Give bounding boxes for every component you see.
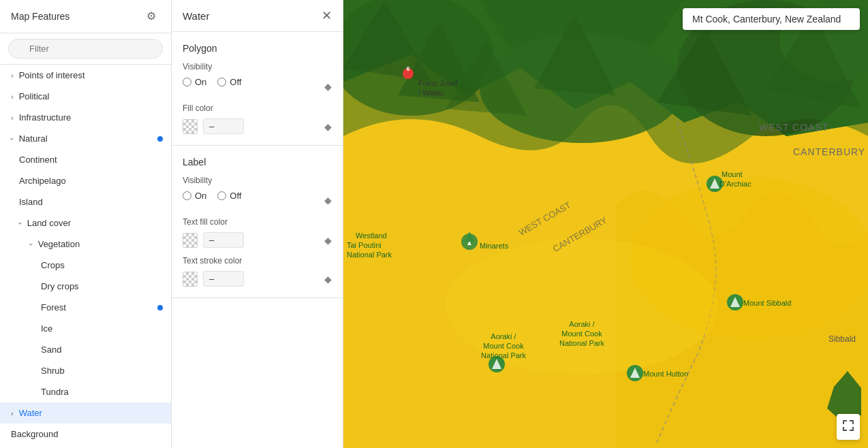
chevron-right-icon: › bbox=[11, 71, 14, 80]
svg-text:Mount Hutton: Mount Hutton bbox=[643, 370, 688, 378]
nav-label: Forest bbox=[41, 302, 66, 313]
sidebar-item-background[interactable]: Background bbox=[0, 423, 171, 445]
diamond-icon[interactable]: ◆ bbox=[324, 274, 332, 285]
sidebar-item-sand[interactable]: Sand bbox=[0, 339, 171, 360]
nav-label: Water bbox=[19, 408, 42, 418]
radio-group: On Off bbox=[183, 191, 241, 201]
active-dot bbox=[157, 136, 163, 142]
on-label: On bbox=[195, 77, 206, 87]
nav-label: Tundra bbox=[41, 387, 69, 397]
sidebar-item-land-cover[interactable]: › Land cover bbox=[0, 212, 171, 234]
visibility-label: Visibility bbox=[183, 176, 332, 185]
svg-text:National Park: National Park bbox=[481, 351, 527, 359]
color-picker[interactable]: – bbox=[183, 118, 319, 134]
text-stroke-value: – bbox=[203, 271, 244, 287]
sidebar-item-forest[interactable]: Forest bbox=[0, 297, 171, 318]
chevron-right-icon: › bbox=[11, 93, 14, 101]
svg-text:Westland: Westland bbox=[356, 231, 387, 240]
sidebar-item-crops[interactable]: Crops bbox=[0, 255, 171, 276]
nav-label: Political bbox=[19, 91, 50, 101]
filter-input[interactable] bbox=[8, 39, 163, 59]
svg-text:National Park: National Park bbox=[347, 251, 392, 259]
sidebar-item-island[interactable]: Island bbox=[0, 191, 171, 212]
chevron-right-icon: › bbox=[11, 114, 14, 122]
nav-label: Continent bbox=[19, 155, 57, 165]
sidebar-item-political[interactable]: › Political bbox=[0, 86, 171, 107]
radio-off[interactable]: Off bbox=[217, 191, 241, 201]
text-stroke-swatch[interactable] bbox=[183, 272, 198, 287]
expand-icon bbox=[842, 419, 854, 432]
gear-icon[interactable]: ⚙ bbox=[146, 10, 160, 23]
svg-text:Mount Cook: Mount Cook bbox=[483, 342, 524, 350]
sidebar-item-ice[interactable]: Ice bbox=[0, 318, 171, 339]
nav-label: Crops bbox=[41, 260, 65, 270]
sidebar: Map Features ⚙ ≡ › Points of interest › … bbox=[0, 0, 172, 448]
nav-label: Vegetation bbox=[38, 239, 80, 249]
active-dot bbox=[157, 305, 163, 310]
radio-on-input[interactable] bbox=[183, 78, 191, 86]
sidebar-title: Map Features bbox=[11, 11, 69, 22]
off-label: Off bbox=[230, 77, 241, 87]
sidebar-item-dry-crops[interactable]: Dry crops bbox=[0, 276, 171, 297]
sidebar-header: Map Features ⚙ bbox=[0, 0, 171, 33]
svg-text:Mount: Mount bbox=[722, 170, 743, 178]
svg-text:Franz Josef: Franz Josef bbox=[418, 79, 458, 87]
expand-button[interactable] bbox=[837, 414, 860, 440]
color-swatch[interactable] bbox=[183, 119, 198, 134]
sidebar-item-points-of-interest[interactable]: › Points of interest bbox=[0, 65, 171, 86]
close-button[interactable]: ✕ bbox=[322, 10, 332, 22]
radio-on-input[interactable] bbox=[183, 191, 191, 200]
visibility-label: Visibility bbox=[183, 62, 332, 71]
search-bar[interactable]: Mt Cook, Canterbury, New Zealand bbox=[683, 8, 860, 30]
radio-on[interactable]: On bbox=[183, 191, 206, 201]
chevron-down-icon: › bbox=[27, 243, 35, 246]
detail-panel: Water ✕ Polygon Visibility On Off ◆ Fill… bbox=[172, 0, 343, 448]
text-fill-label: Text fill color bbox=[183, 217, 332, 227]
radio-on[interactable]: On bbox=[183, 77, 206, 87]
panel-title: Water bbox=[183, 10, 209, 22]
map-svg: 6 Franz Josef / Waiau ▲ Minarets Westlan… bbox=[343, 0, 868, 448]
sidebar-item-vegetation[interactable]: › Vegetation bbox=[0, 234, 171, 255]
nav-label: Dry crops bbox=[41, 281, 79, 291]
panel-header: Water ✕ bbox=[172, 0, 343, 32]
sidebar-item-infrastructure[interactable]: › Infrastructure bbox=[0, 107, 171, 128]
radio-off[interactable]: Off bbox=[217, 77, 241, 87]
nav-label: Land cover bbox=[27, 218, 71, 228]
nav-label: Island bbox=[19, 197, 43, 207]
text-stroke-picker[interactable]: – bbox=[183, 271, 319, 287]
sidebar-item-water[interactable]: › Water bbox=[0, 402, 171, 423]
sidebar-item-shrub[interactable]: Shrub bbox=[0, 360, 171, 381]
nav-label: Archipelago bbox=[19, 176, 66, 186]
diamond-icon[interactable]: ◆ bbox=[324, 195, 332, 206]
radio-off-input[interactable] bbox=[217, 191, 226, 200]
map-background: 6 Franz Josef / Waiau ▲ Minarets Westlan… bbox=[343, 0, 868, 448]
radio-off-input[interactable] bbox=[217, 78, 226, 86]
svg-text:D'Archiac: D'Archiac bbox=[719, 180, 751, 188]
diamond-icon[interactable]: ◆ bbox=[324, 235, 332, 246]
nav-label: Points of interest bbox=[19, 70, 85, 80]
svg-text:Minarets: Minarets bbox=[480, 242, 509, 250]
polygon-title: Polygon bbox=[183, 43, 332, 54]
svg-point-16 bbox=[630, 177, 868, 340]
radio-group: On Off bbox=[183, 77, 241, 87]
svg-text:Sibbald: Sibbald bbox=[828, 334, 856, 344]
diamond-icon[interactable]: ◆ bbox=[324, 81, 332, 92]
label-section: Label Visibility On Off ◆ Text fill colo… bbox=[172, 146, 343, 298]
fill-color-label: Fill color bbox=[183, 103, 332, 113]
text-stroke-label: Text stroke color bbox=[183, 256, 332, 266]
svg-text:/ Waiau: / Waiau bbox=[418, 89, 444, 97]
text-stroke-row: – ◆ bbox=[183, 271, 332, 287]
nav-label: Ice bbox=[41, 323, 52, 334]
chevron-right-icon: › bbox=[11, 409, 14, 417]
text-fill-swatch[interactable] bbox=[183, 233, 198, 248]
sidebar-item-continent[interactable]: Continent bbox=[0, 149, 171, 170]
chevron-down-icon: › bbox=[16, 222, 25, 225]
text-fill-picker[interactable]: – bbox=[183, 232, 319, 248]
nav-label: Natural bbox=[19, 133, 48, 144]
sidebar-item-archipelago[interactable]: Archipelago bbox=[0, 170, 171, 191]
nav-label: Sand bbox=[41, 345, 61, 355]
sidebar-item-natural[interactable]: › Natural bbox=[0, 128, 171, 149]
sidebar-item-tundra[interactable]: Tundra bbox=[0, 381, 171, 402]
svg-text:CANTERBURY: CANTERBURY bbox=[793, 146, 865, 157]
diamond-icon[interactable]: ◆ bbox=[324, 121, 332, 132]
